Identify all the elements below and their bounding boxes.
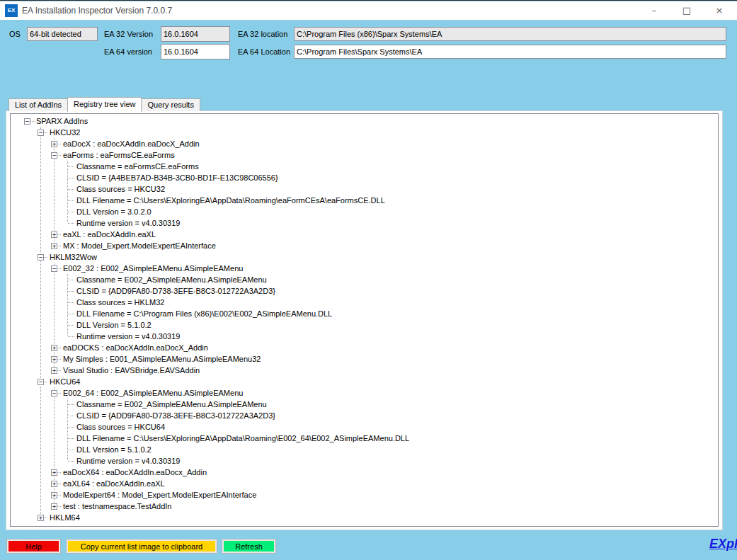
tree-node[interactable]: Runtime version = v4.0.30319 [21,331,718,342]
tree-node[interactable]: −eaForms : eaFormsCE.eaForms [21,149,718,161]
tree-node[interactable]: DLL Filename = C:\Users\EXploringEA\AppD… [21,195,718,206]
tree-node-label[interactable]: Class sources = HKCU64 [76,421,165,433]
tree-node-label[interactable]: DLL Filename = C:\Users\EXploringEA\AppD… [76,195,385,206]
tree-node[interactable]: −HKLM32Wow [21,251,718,263]
tree-node-label[interactable]: ModelExpert64 : Model_Expert.ModelExpert… [63,489,256,501]
brand-logo[interactable]: EXpl [709,537,737,554]
tree-node[interactable]: Classname = eaFormsCE.eaForms [21,161,718,172]
tab-query-results[interactable]: Query results [141,98,200,111]
tree-node[interactable]: Classname = E002_ASimpleEAMenu.ASimpleEA… [21,399,718,410]
tree-node-label[interactable]: test : testnamespace.TestAddIn [63,501,171,512]
tree-node[interactable]: Runtime version = v4.0.30319 [21,217,718,229]
tree-node[interactable]: +test : testnamespace.TestAddIn [21,501,718,512]
tree-node-label[interactable]: HKCU32 [50,127,80,138]
tree-node-label[interactable]: Visual Studio : EAVSBridge.EAVSAddin [63,365,200,376]
tree-node-label[interactable]: DLL Version = 5.1.0.2 [76,444,152,455]
tree-node-label[interactable]: eaDOCKS : eaDocXAddIn.eaDocX_Addin [63,342,208,353]
tree-node[interactable]: Classname = E002_ASimpleEAMenu.ASimpleEA… [21,274,718,285]
expand-icon[interactable]: + [38,515,44,521]
tree-node-label[interactable]: Class sources = HKLM32 [76,297,164,308]
tree-node-label[interactable]: E002_32 : E002_ASimpleEAMenu.ASimpleEAMe… [63,263,243,274]
collapse-icon[interactable]: − [24,118,30,125]
tree-node-label[interactable]: My Simples : E001_ASimpleEAMenu.ASimpleE… [63,353,261,365]
tree-node[interactable]: +eaDocX64 : eaDocXAddIn.eaDocx_Addin [21,467,718,478]
tree-node[interactable]: CLSID = {ADD9FA80-D738-3EFE-B8C3-012722A… [21,285,718,297]
tree-node-label[interactable]: Runtime version = v4.0.30319 [76,331,180,342]
tree-node-label[interactable]: Class sources = HKCU32 [76,183,165,195]
expand-icon[interactable]: + [51,367,57,374]
tree-node-label[interactable]: eaDocX : eaDocXAddIn.eaDocX_Addin [63,138,200,149]
collapse-icon[interactable]: − [38,130,44,136]
tree-node-label[interactable]: DLL Version = 3.0.2.0 [76,206,152,217]
tab-registry-tree-view[interactable]: Registry tree view [67,97,142,112]
tree-node-label[interactable]: Runtime version = v4.0.30319 [76,455,180,467]
tree-node[interactable]: +HKLM64 [21,512,718,523]
tree-node[interactable]: DLL Filename = C:\Users\EXploringEA\AppD… [21,433,718,444]
tree-node[interactable]: DLL Version = 5.1.0.2 [21,319,718,331]
expand-icon[interactable]: + [51,503,57,510]
tree-node-label[interactable]: CLSID = {ADD9FA80-D738-3EFE-B8C3-012722A… [76,410,275,421]
tree-node[interactable]: −HKCU32 [21,127,718,138]
tree-node[interactable]: Class sources = HKLM32 [21,297,718,308]
tree-node-label[interactable]: DLL Version = 5.1.0.2 [76,319,152,331]
ea64-location-field[interactable]: C:\Program Files\Sparx Systems\EA [294,45,726,59]
tree-node[interactable]: −E002_64 : E002_ASimpleEAMenu.ASimpleEAM… [21,387,718,399]
registry-tree[interactable]: −SPARX AddIns−HKCU32+eaDocX : eaDocXAddI… [10,113,719,527]
minimize-button[interactable]: – [638,1,670,20]
tree-node-label[interactable]: eaForms : eaFormsCE.eaForms [63,149,175,161]
tree-node[interactable]: −SPARX AddIns [21,115,718,127]
collapse-icon[interactable]: − [51,152,57,159]
expand-icon[interactable]: + [51,356,57,362]
tree-node-label[interactable]: CLSID = {A4BEB7AD-B34B-3CB0-BD1F-E13C98C… [76,172,278,183]
tree-node-label[interactable]: HKLM32Wow [50,251,97,263]
expand-icon[interactable]: + [51,345,57,351]
tree-node-label[interactable]: HKCU64 [50,376,80,387]
tree-node-label[interactable]: Classname = E002_ASimpleEAMenu.ASimpleEA… [76,274,267,285]
ea64-version-field[interactable]: 16.0.1604 [161,44,230,59]
tree-node-label[interactable]: Classname = E002_ASimpleEAMenu.ASimpleEA… [76,399,267,410]
expand-icon[interactable]: + [51,492,57,498]
tree-node-label[interactable]: SPARX AddIns [36,115,88,127]
tree-node[interactable]: −E002_32 : E002_ASimpleEAMenu.ASimpleEAM… [21,263,718,274]
tree-node-label[interactable]: CLSID = {ADD9FA80-D738-3EFE-B8C3-012722A… [76,285,275,297]
tree-node[interactable]: DLL Version = 3.0.2.0 [21,206,718,217]
tree-node-label[interactable]: eaXL64 : eaDocXAddIn.eaXL [63,478,165,489]
collapse-icon[interactable]: − [51,390,57,396]
expand-icon[interactable]: + [51,141,57,147]
tree-node[interactable]: DLL Version = 5.1.0.2 [21,444,718,455]
tree-node-label[interactable]: Classname = eaFormsCE.eaForms [76,161,199,172]
expand-icon[interactable]: + [51,232,57,238]
expand-icon[interactable]: + [51,243,57,249]
close-button[interactable]: × [703,1,736,20]
tree-node[interactable]: CLSID = {ADD9FA80-D738-3EFE-B8C3-012722A… [21,410,718,421]
tree-node[interactable]: Class sources = HKCU64 [21,421,718,433]
tree-node-label[interactable]: DLL Filename = C:\Users\EXploringEA\AppD… [76,433,409,444]
tree-node[interactable]: +ModelExpert64 : Model_Expert.ModelExper… [21,489,718,501]
collapse-icon[interactable]: − [38,254,44,261]
tree-node[interactable]: DLL Filename = C:\Program Files (x86)\E0… [21,308,718,319]
tab-list-of-addins[interactable]: List of AddIns [8,98,68,111]
collapse-icon[interactable]: − [38,379,44,385]
tree-node[interactable]: +eaDOCKS : eaDocXAddIn.eaDocX_Addin [21,342,718,353]
tree-node[interactable]: Runtime version = v4.0.30319 [21,455,718,467]
tree-node-label[interactable]: eaXL : eaDocXAddIn.eaXL [63,229,156,240]
refresh-button[interactable]: Refresh [222,539,276,554]
copy-list-image-button[interactable]: Copy current list image to clipboard [66,539,217,554]
tree-node[interactable]: +Visual Studio : EAVSBridge.EAVSAddin [21,365,718,376]
expand-icon[interactable]: + [51,469,57,476]
tree-node-label[interactable]: eaDocX64 : eaDocXAddIn.eaDocx_Addin [63,467,207,478]
tree-node-label[interactable]: HKLM64 [50,512,80,523]
tree-node[interactable]: Class sources = HKCU32 [21,183,718,195]
tree-node[interactable]: CLSID = {A4BEB7AD-B34B-3CB0-BD1F-E13C98C… [21,172,718,183]
collapse-icon[interactable]: − [51,265,57,272]
tree-node[interactable]: +eaXL : eaDocXAddIn.eaXL [21,229,718,240]
expand-icon[interactable]: + [51,481,57,487]
tree-node[interactable]: +MX : Model_Expert.ModelExpertEAInterfac… [21,240,718,251]
tree-node-label[interactable]: MX : Model_Expert.ModelExpertEAInterface [63,240,216,251]
maximize-button[interactable]: □ [670,1,703,20]
help-button[interactable]: Help [6,539,61,554]
tree-node[interactable]: +eaXL64 : eaDocXAddIn.eaXL [21,478,718,489]
tree-node-label[interactable]: E002_64 : E002_ASimpleEAMenu.ASimpleEAMe… [63,387,243,399]
tree-node-label[interactable]: Runtime version = v4.0.30319 [76,217,180,229]
tree-node[interactable]: +My Simples : E001_ASimpleEAMenu.ASimple… [21,353,718,365]
